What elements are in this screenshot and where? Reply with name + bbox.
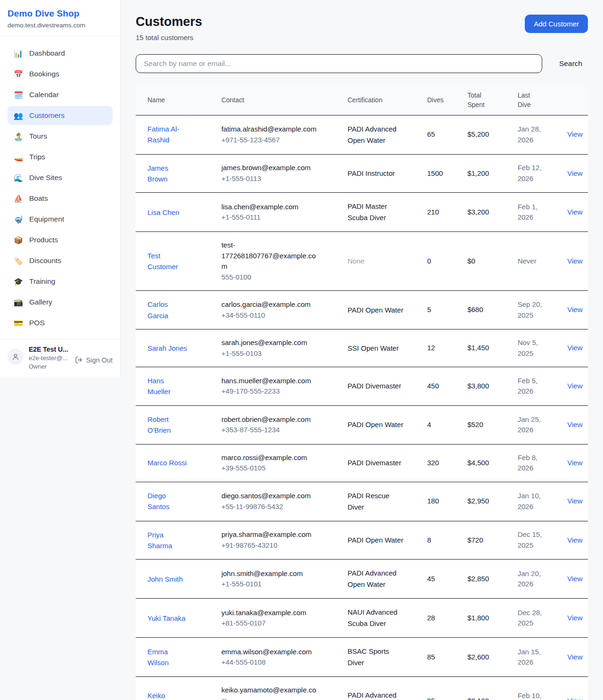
view-customer-link[interactable]: View — [567, 614, 582, 622]
customer-last-dive: Feb 12, 2026 — [518, 163, 547, 184]
view-customer-link[interactable]: View — [567, 459, 582, 467]
sidebar-item-label: Bookings — [29, 70, 59, 78]
customer-name-link[interactable]: Diego Santos — [147, 490, 189, 512]
sidebar-item-pos[interactable]: 💳 POS — [8, 313, 113, 332]
customer-name-link[interactable]: Test Customer — [147, 250, 189, 272]
customer-email: yuki.tanaka@example.com — [221, 608, 321, 618]
customer-name-link[interactable]: Keiko Yamamoto — [147, 690, 189, 700]
customer-email: marco.rossi@example.com — [221, 453, 321, 463]
customer-last-dive: Feb 8, 2026 — [518, 453, 547, 474]
view-customer-link[interactable]: View — [567, 382, 582, 390]
view-customer-link[interactable]: View — [567, 697, 582, 700]
customer-total-spent: $1,200 — [462, 154, 512, 193]
customer-name-link[interactable]: Emma Wilson — [147, 646, 189, 668]
customer-phone: +1-555-0113 — [221, 173, 336, 184]
user-meta: E2E Test U... e2e-tester@... Owner — [29, 346, 70, 370]
customer-name-link[interactable]: Fatima Al-Rashid — [147, 124, 189, 146]
customer-dives: 5 — [422, 291, 462, 329]
view-customer-link[interactable]: View — [567, 257, 582, 265]
table-row: James Brown james.brown@example.com +1-5… — [136, 154, 588, 193]
sidebar-item-boats[interactable]: ⛵ Boats — [8, 189, 113, 208]
customer-name-link[interactable]: Hans Mueller — [147, 375, 189, 397]
customer-phone: +34-555-0110 — [221, 310, 336, 321]
sidebar-item-products[interactable]: 📦 Products — [8, 231, 113, 249]
sidebar-item-discounts[interactable]: 🏷️ Discounts — [8, 251, 113, 270]
view-customer-link[interactable]: View — [567, 536, 582, 544]
customer-total-spent: $2,100 — [462, 677, 512, 700]
sidebar-item-label: Discounts — [29, 256, 61, 265]
column-header-contact: Contact — [216, 85, 342, 115]
customer-last-dive: Nov 5, 2025 — [518, 338, 547, 359]
customer-name-link[interactable]: Sarah Jones — [147, 343, 187, 354]
customer-total-spent: $4,500 — [462, 444, 512, 482]
sidebar-nav: 📊 Dashboard 📅 Bookings 🗓️ Calendar 👥 Cus… — [0, 36, 120, 339]
customer-phone: +971-55-123-4567 — [221, 135, 336, 146]
sidebar-item-calendar[interactable]: 🗓️ Calendar — [8, 85, 113, 104]
customer-phone: +49-170-555-2233 — [221, 386, 336, 397]
customer-total-spent: $1,450 — [462, 329, 512, 367]
table-row: Sarah Jones sarah.jones@example.com +1-5… — [136, 329, 588, 367]
trips-icon: 🚤 — [14, 153, 23, 162]
customer-name-link[interactable]: John Smith — [147, 574, 183, 585]
sidebar-item-customers[interactable]: 👥 Customers — [8, 106, 113, 125]
sidebar-item-trips[interactable]: 🚤 Trips — [8, 148, 113, 166]
customer-total-spent: $720 — [462, 521, 512, 560]
view-customer-link[interactable]: View — [567, 497, 582, 505]
customer-certification: PADI Rescue Diver — [348, 490, 407, 513]
sidebar-item-label: Tours — [29, 132, 47, 140]
customer-name-link[interactable]: Lisa Chen — [147, 207, 179, 218]
customer-certification: PADI Instructor — [348, 168, 395, 179]
customer-certification: PADI Open Water — [348, 419, 403, 430]
customer-certification: PADI Advanced Open Water — [348, 690, 407, 700]
customer-name-link[interactable]: Robert O'Brien — [147, 414, 189, 436]
customer-last-dive: Dec 15, 2025 — [518, 529, 547, 551]
view-customer-link[interactable]: View — [567, 169, 582, 177]
view-customer-link[interactable]: View — [567, 130, 582, 138]
sidebar-item-equipment[interactable]: 🤿 Equipment — [8, 210, 113, 229]
table-row: Keiko Yamamoto keiko.yamamoto@example.co… — [136, 677, 588, 700]
customers-icon: 👥 — [14, 111, 23, 120]
customer-name-link[interactable]: James Brown — [147, 163, 189, 185]
sidebar-item-dashboard[interactable]: 📊 Dashboard — [8, 44, 113, 63]
sidebar-item-gallery[interactable]: 📸 Gallery — [8, 293, 113, 312]
view-customer-link[interactable]: View — [567, 575, 582, 583]
customer-email: james.brown@example.com — [221, 163, 321, 173]
customer-dives: 4 — [422, 405, 462, 444]
table-row: Robert O'Brien robert.obrien@example.com… — [136, 405, 588, 444]
customer-total-spent: $520 — [462, 405, 512, 444]
view-customer-link[interactable]: View — [567, 344, 582, 352]
customer-certification: PADI Divemaster — [348, 457, 401, 469]
customer-name-link[interactable]: Priya Sharma — [147, 529, 189, 552]
view-customer-link[interactable]: View — [567, 653, 582, 661]
view-customer-link[interactable]: View — [567, 305, 582, 313]
view-customer-link[interactable]: View — [567, 420, 582, 428]
sidebar-item-tours[interactable]: 🏝️ Tours — [8, 127, 113, 146]
search-input[interactable] — [136, 54, 542, 73]
customer-total-spent: $680 — [462, 291, 512, 329]
customer-name-link[interactable]: Marco Rossi — [147, 457, 187, 468]
add-customer-button[interactable]: Add Customer — [525, 15, 588, 33]
sidebar-item-bookings[interactable]: 📅 Bookings — [8, 65, 113, 83]
table-row: Yuki Tanaka yuki.tanaka@example.com +81-… — [136, 599, 588, 638]
customer-name-link[interactable]: Yuki Tanaka — [147, 613, 186, 624]
sidebar-item-label: Equipment — [29, 215, 64, 223]
table-row: Test Customer test-1772681807767@example… — [136, 232, 588, 291]
search-button[interactable]: Search — [554, 57, 588, 71]
customer-dives: 320 — [422, 444, 462, 482]
customer-dives: 1500 — [422, 154, 462, 193]
sidebar-item-training[interactable]: 🎓 Training — [8, 272, 113, 291]
sign-out-button[interactable]: Sign Out — [75, 356, 113, 364]
customer-name-link[interactable]: Carlos Garcia — [147, 299, 189, 321]
customer-phone: +1-555-0103 — [221, 348, 336, 359]
table-body: Fatima Al-Rashid fatima.alrashid@example… — [136, 115, 588, 700]
sidebar-item-label: Dive Sites — [29, 173, 62, 182]
sidebar-item-dive-sites[interactable]: 🌊 Dive Sites — [8, 168, 113, 187]
dive-sites-icon: 🌊 — [14, 173, 23, 182]
dashboard-icon: 📊 — [14, 49, 23, 58]
sidebar-item-label: POS — [29, 319, 45, 327]
sign-out-icon — [75, 356, 83, 364]
table-row: Lisa Chen lisa.chen@example.com +1-555-0… — [136, 193, 588, 232]
view-customer-link[interactable]: View — [567, 208, 582, 216]
customer-dives: 95 — [422, 677, 462, 700]
customer-certification: SSI Open Water — [348, 343, 399, 354]
